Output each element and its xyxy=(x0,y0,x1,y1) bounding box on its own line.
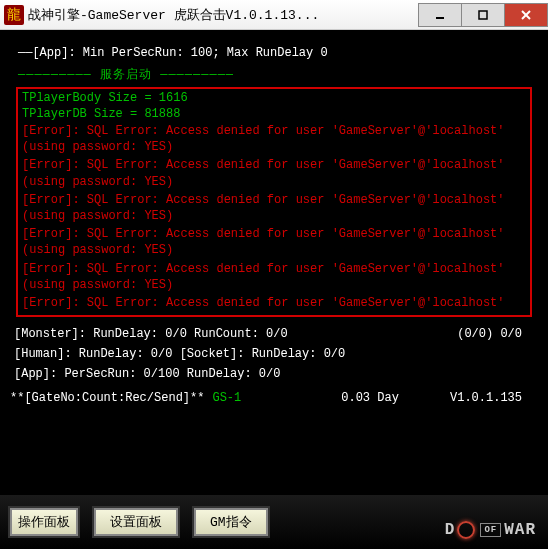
service-header: ————————— 服务启动 ————————— xyxy=(18,66,538,83)
gate-id: GS-1 xyxy=(212,391,241,405)
runtime-stats: [Monster]: RunDelay: 0/0 RunCount: 0/0 (… xyxy=(14,327,538,381)
player-body-size: TPlayerBody Size = 1616 xyxy=(22,91,526,105)
gate-label: **[GateNo:Count:Rec/Send]** xyxy=(10,391,204,405)
version-label: V1.0.1.135 xyxy=(450,391,538,405)
maximize-button[interactable] xyxy=(461,3,505,27)
app-icon: 龍 xyxy=(4,5,24,25)
ring-icon xyxy=(457,521,475,539)
sql-error-line: [Error]: SQL Error: Access denied for us… xyxy=(22,261,526,293)
monster-stats-right: (0/0) 0/0 xyxy=(457,327,538,341)
god-of-war-logo: DOFWAR xyxy=(445,521,536,539)
ops-panel-button[interactable]: 操作面板 xyxy=(10,508,78,536)
settings-panel-button[interactable]: 设置面板 xyxy=(94,508,178,536)
uptime-day: 0.03 Day xyxy=(341,391,399,405)
log-error-box: TPlayerBody Size = 1616 TPlayerDB Size =… xyxy=(16,87,532,317)
svg-rect-1 xyxy=(479,11,487,19)
monster-stats: [Monster]: RunDelay: 0/0 RunCount: 0/0 xyxy=(14,327,457,341)
gate-row: **[GateNo:Count:Rec/Send]** GS-1 0.03 Da… xyxy=(10,391,538,405)
app-run-stats: [App]: PerSecRun: 0/100 RunDelay: 0/0 xyxy=(14,367,538,381)
bottom-toolbar: 操作面板 设置面板 GM指令 DOFWAR xyxy=(0,495,548,549)
human-socket-stats: [Human]: RunDelay: 0/0 [Socket]: RunDela… xyxy=(14,347,538,361)
window-title: 战神引擎-GameServer 虎跃合击V1.0.1.13... xyxy=(28,6,419,24)
sql-error-line: [Error]: SQL Error: Access denied for us… xyxy=(22,123,526,155)
player-db-size: TPlayerDB Size = 81888 xyxy=(22,107,526,121)
minimize-button[interactable] xyxy=(418,3,462,27)
close-button[interactable] xyxy=(504,3,548,27)
window-controls xyxy=(419,3,548,27)
app-body: ——[App]: Min PerSecRun: 100; Max RunDela… xyxy=(0,30,548,549)
sql-error-line: [Error]: SQL Error: Access denied for us… xyxy=(22,226,526,258)
sql-error-line: [Error]: SQL Error: Access denied for us… xyxy=(22,192,526,224)
sql-error-line: [Error]: SQL Error: Access denied for us… xyxy=(22,157,526,189)
sql-error-line: [Error]: SQL Error: Access denied for us… xyxy=(22,295,526,311)
gm-command-button[interactable]: GM指令 xyxy=(194,508,268,536)
app-stats-line: ——[App]: Min PerSecRun: 100; Max RunDela… xyxy=(18,46,538,60)
titlebar: 龍 战神引擎-GameServer 虎跃合击V1.0.1.13... xyxy=(0,0,548,30)
